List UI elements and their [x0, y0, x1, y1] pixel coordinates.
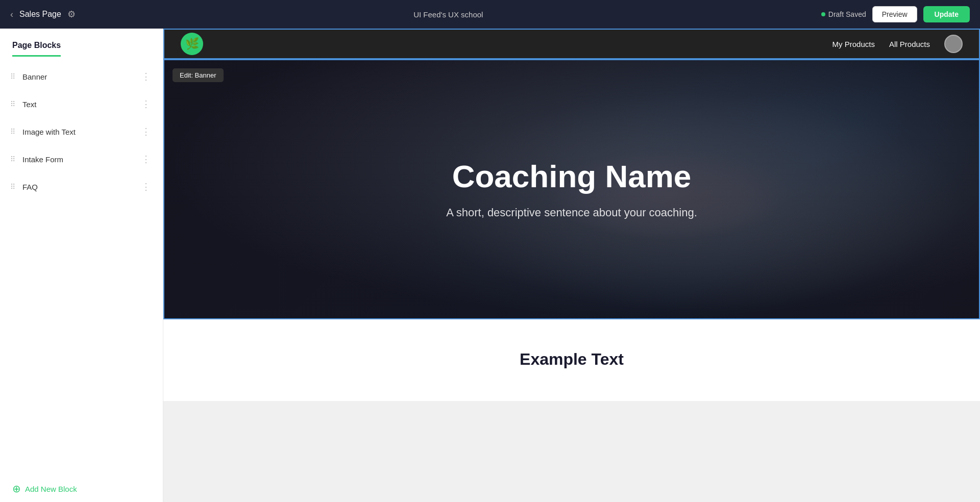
block-item-text[interactable]: ⠿ Text ⋮	[0, 90, 163, 118]
text-section: Example Text	[163, 319, 980, 401]
block-menu-banner[interactable]: ⋮	[139, 70, 153, 83]
page-title: Sales Page	[19, 10, 61, 19]
topbar: ‹ Sales Page ⚙ UI Feed's UX school Draft…	[0, 0, 980, 29]
block-item-intake-form-left: ⠿ Intake Form	[10, 155, 63, 164]
banner-title: Coaching Name	[452, 159, 692, 194]
preview-inner: 🌿 My Products All Products Edit: Banner …	[163, 29, 980, 502]
block-menu-text[interactable]: ⋮	[139, 97, 153, 111]
draft-status: Draft Saved	[821, 10, 866, 18]
draft-status-label: Draft Saved	[828, 10, 866, 18]
preview-button[interactable]: Preview	[872, 6, 917, 22]
block-name-faq: FAQ	[22, 183, 38, 191]
draft-dot	[821, 12, 825, 16]
block-name-image-with-text: Image with Text	[22, 128, 76, 136]
drag-handle-text[interactable]: ⠿	[10, 100, 15, 108]
topbar-right: Draft Saved Preview Update	[821, 6, 970, 22]
preview-logo: 🌿	[181, 33, 203, 55]
site-name: UI Feed's UX school	[413, 10, 483, 19]
sidebar-section-title: Page Blocks	[12, 41, 61, 57]
block-item-image-with-text[interactable]: ⠿ Image with Text ⋮	[0, 118, 163, 145]
block-menu-faq[interactable]: ⋮	[139, 180, 153, 193]
block-name-text: Text	[22, 100, 37, 109]
topbar-left: ‹ Sales Page ⚙	[10, 9, 76, 20]
drag-handle-faq[interactable]: ⠿	[10, 183, 15, 191]
settings-button[interactable]: ⚙	[67, 9, 76, 20]
back-icon: ‹	[10, 9, 13, 20]
preview-navbar: 🌿 My Products All Products	[163, 29, 980, 59]
block-menu-image-with-text[interactable]: ⋮	[139, 125, 153, 138]
my-products-link[interactable]: My Products	[832, 40, 875, 48]
block-item-intake-form[interactable]: ⠿ Intake Form ⋮	[0, 145, 163, 173]
all-products-link[interactable]: All Products	[889, 40, 930, 48]
block-menu-intake-form[interactable]: ⋮	[139, 153, 153, 166]
block-name-banner: Banner	[22, 72, 47, 81]
block-list: ⠿ Banner ⋮ ⠿ Text ⋮ ⠿ Image with Text ⋮	[0, 57, 163, 475]
drag-handle-banner[interactable]: ⠿	[10, 72, 15, 81]
nav-avatar	[944, 35, 963, 53]
add-new-block-button[interactable]: ⊕ Add New Block	[0, 475, 163, 502]
banner-block[interactable]: Edit: Banner Coaching Name A short, desc…	[163, 59, 980, 319]
sidebar-header: Page Blocks	[0, 29, 163, 57]
settings-icon: ⚙	[67, 9, 76, 19]
add-icon: ⊕	[12, 484, 21, 494]
banner-content: Coaching Name A short, descriptive sente…	[164, 60, 979, 318]
block-item-banner-left: ⠿ Banner	[10, 72, 47, 81]
update-button[interactable]: Update	[923, 6, 970, 22]
block-item-faq[interactable]: ⠿ FAQ ⋮	[0, 173, 163, 200]
drag-handle-image-with-text[interactable]: ⠿	[10, 128, 15, 136]
block-name-intake-form: Intake Form	[22, 155, 63, 164]
block-item-text-left: ⠿ Text	[10, 100, 37, 109]
drag-handle-intake-form[interactable]: ⠿	[10, 155, 15, 163]
block-item-faq-left: ⠿ FAQ	[10, 183, 38, 191]
main-area: Page Blocks ⠿ Banner ⋮ ⠿ Text ⋮ ⠿	[0, 29, 980, 502]
edit-banner-tooltip: Edit: Banner	[173, 68, 224, 82]
back-button[interactable]: ‹	[10, 9, 13, 20]
preview-nav-links: My Products All Products	[832, 35, 963, 53]
sidebar: Page Blocks ⠿ Banner ⋮ ⠿ Text ⋮ ⠿	[0, 29, 163, 502]
example-text-heading: Example Text	[184, 350, 960, 369]
preview-area: 🌿 My Products All Products Edit: Banner …	[163, 29, 980, 502]
block-item-banner[interactable]: ⠿ Banner ⋮	[0, 63, 163, 90]
block-item-image-with-text-left: ⠿ Image with Text	[10, 128, 76, 136]
add-block-label: Add New Block	[25, 485, 77, 493]
banner-subtitle: A short, descriptive sentence about your…	[446, 206, 697, 219]
